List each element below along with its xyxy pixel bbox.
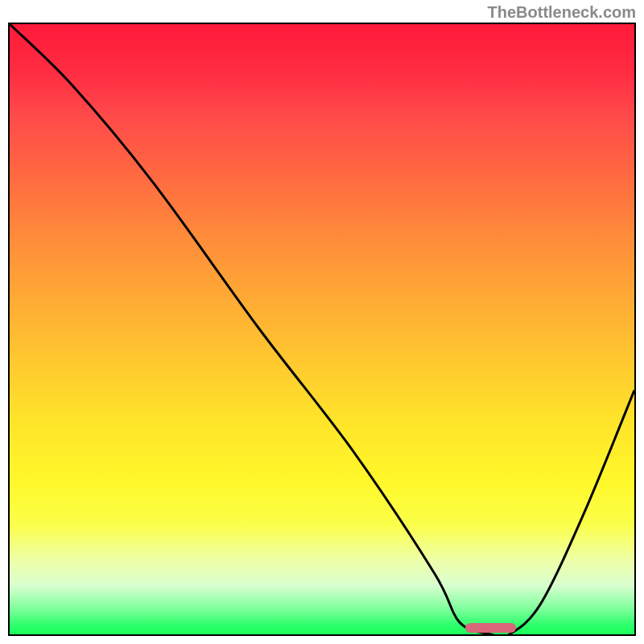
plot-area	[8, 23, 636, 636]
optimum-marker	[465, 623, 515, 633]
bottleneck-curve	[10, 24, 634, 634]
attribution-text: TheBottleneck.com	[488, 3, 636, 22]
